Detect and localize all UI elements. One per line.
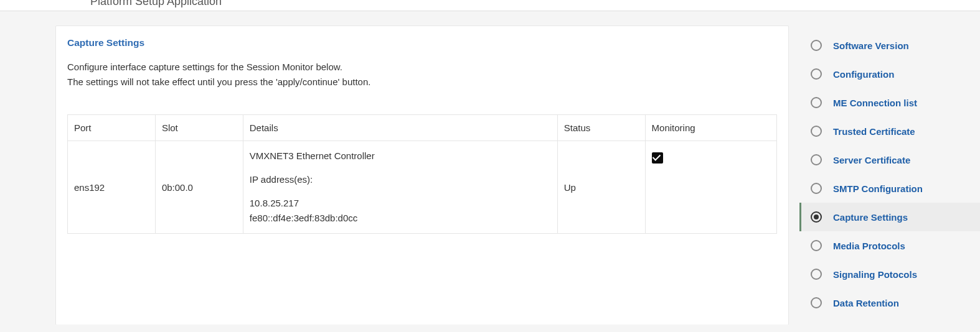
app-title: Platform Setup Application: [90, 0, 222, 8]
sidebar-item-label: SMTP Configuration: [833, 183, 923, 194]
details-controller: VMXNET3 Ethernet Controller: [250, 149, 551, 164]
monitoring-checkbox[interactable]: [652, 152, 663, 164]
sidebar-item-label: Trusted Certificate: [833, 126, 915, 137]
sidebar-item-label: Configuration: [833, 69, 894, 80]
desc-line-1: Configure interface capture settings for…: [67, 62, 342, 72]
sidebar-item-signaling-potocols[interactable]: Signaling Potocols: [799, 260, 980, 288]
radio-icon: [811, 269, 822, 280]
sidebar-item-label: Data Retention: [833, 298, 899, 308]
sidebar-item-trusted-certificate[interactable]: Trusted Certificate: [799, 117, 980, 145]
sidebar-item-me-connection-list[interactable]: ME Connection list: [799, 88, 980, 117]
sidebar-item-label: Signaling Potocols: [833, 269, 917, 280]
desc-line-2: The settings will not take effect until …: [67, 76, 370, 87]
radio-icon: [811, 240, 822, 251]
sidebar-item-data-retention[interactable]: Data Retention: [799, 288, 980, 317]
sidebar-nav: Software VersionConfigurationME Connecti…: [799, 26, 980, 317]
card-description: Configure interface capture settings for…: [67, 60, 777, 90]
radio-icon: [811, 40, 822, 51]
cell-status: Up: [557, 141, 645, 234]
col-details: Details: [243, 115, 557, 141]
col-monitoring: Monitoring: [645, 115, 776, 141]
cell-port: ens192: [68, 141, 156, 234]
main-layout: Capture Settings Configure interface cap…: [0, 11, 980, 325]
top-bar: Platform Setup Application: [0, 0, 980, 11]
radio-icon: [811, 126, 822, 137]
ip-address-2: fe80::df4e:3edf:83db:d0cc: [250, 213, 357, 223]
sidebar-item-smtp-configuration[interactable]: SMTP Configuration: [799, 174, 980, 203]
sidebar-item-label: Media Protocols: [833, 241, 905, 251]
cell-monitoring: [645, 141, 776, 234]
radio-icon: [811, 68, 822, 80]
radio-icon: [811, 183, 822, 194]
radio-icon: [811, 154, 822, 165]
radio-icon: [811, 211, 822, 223]
content-card: Capture Settings Configure interface cap…: [56, 26, 788, 325]
sidebar-item-capture-settings[interactable]: Capture Settings: [799, 203, 980, 231]
sidebar-item-label: Server Certificate: [833, 155, 910, 165]
sidebar-item-label: Capture Settings: [833, 212, 908, 223]
col-status: Status: [557, 115, 645, 141]
ip-address-1: 10.8.25.217: [250, 198, 299, 208]
sidebar-item-server-certificate[interactable]: Server Certificate: [799, 145, 980, 174]
table-header-row: Port Slot Details Status Monitoring: [68, 115, 777, 141]
sidebar-item-configuration[interactable]: Configuration: [799, 60, 980, 88]
sidebar-item-software-version[interactable]: Software Version: [799, 31, 980, 60]
cell-details: VMXNET3 Ethernet Controller IP address(e…: [243, 141, 557, 234]
col-port: Port: [68, 115, 156, 141]
col-slot: Slot: [155, 115, 243, 141]
details-ip-label: IP address(es):: [250, 172, 551, 187]
sidebar-item-label: ME Connection list: [833, 98, 917, 108]
card-title: Capture Settings: [67, 37, 777, 48]
interfaces-table: Port Slot Details Status Monitoring ens1…: [67, 114, 777, 234]
radio-icon: [811, 297, 822, 308]
cell-slot: 0b:00.0: [155, 141, 243, 234]
radio-icon: [811, 97, 822, 108]
details-ip-addresses: 10.8.25.217 fe80::df4e:3edf:83db:d0cc: [250, 196, 551, 226]
sidebar-item-media-protocols[interactable]: Media Protocols: [799, 231, 980, 260]
sidebar-item-label: Software Version: [833, 40, 909, 51]
table-row: ens192 0b:00.0 VMXNET3 Ethernet Controll…: [68, 141, 777, 234]
